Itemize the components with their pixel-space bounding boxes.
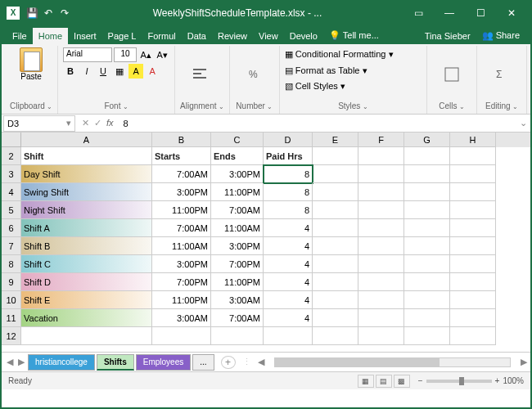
cell[interactable] bbox=[404, 291, 450, 309]
cell-starts[interactable]: 11:00AM bbox=[152, 237, 211, 255]
select-all-corner[interactable] bbox=[2, 133, 21, 147]
share-button[interactable]: Share bbox=[476, 27, 525, 44]
cell[interactable] bbox=[313, 183, 358, 201]
qat-undo-icon[interactable]: ↶ bbox=[43, 7, 54, 19]
qat-save-icon[interactable]: 💾 bbox=[26, 7, 38, 19]
cell[interactable] bbox=[358, 309, 404, 327]
cell[interactable] bbox=[313, 165, 358, 183]
cell[interactable] bbox=[404, 183, 450, 201]
cell-paidhrs[interactable]: 8 bbox=[264, 201, 313, 219]
add-sheet-button[interactable]: + bbox=[221, 356, 236, 369]
font-name-select[interactable]: Arial bbox=[63, 47, 112, 62]
formula-bar[interactable]: 8 bbox=[119, 119, 516, 128]
tab-formulas[interactable]: Formul bbox=[142, 28, 181, 44]
name-box-dropdown-icon[interactable]: ▾ bbox=[66, 118, 71, 128]
row-header[interactable]: 11 bbox=[2, 309, 21, 327]
cell-starts[interactable]: 3:00PM bbox=[152, 255, 211, 273]
cell-paidhrs[interactable]: 4 bbox=[264, 219, 313, 237]
tab-page-layout[interactable]: Page L bbox=[102, 28, 142, 44]
header-paidhrs[interactable]: Paid Hrs bbox=[264, 147, 313, 165]
increase-font-icon[interactable]: A▴ bbox=[138, 47, 153, 62]
header-ends[interactable]: Ends bbox=[211, 147, 264, 165]
cell[interactable] bbox=[450, 309, 496, 327]
cell-shift[interactable]: Shift A bbox=[21, 219, 152, 237]
cell-ends[interactable]: 3:00PM bbox=[211, 237, 264, 255]
cell[interactable] bbox=[450, 183, 496, 201]
cell[interactable] bbox=[404, 237, 450, 255]
cell[interactable] bbox=[313, 237, 358, 255]
sheet-tab-active[interactable]: Shifts bbox=[97, 354, 134, 371]
number-icon[interactable]: % bbox=[246, 66, 263, 83]
cell[interactable] bbox=[313, 201, 358, 219]
editing-icon[interactable]: Σ bbox=[494, 66, 510, 83]
cell[interactable] bbox=[358, 255, 404, 273]
decrease-font-icon[interactable]: A▾ bbox=[155, 47, 169, 62]
cell-ends[interactable]: 7:00AM bbox=[211, 201, 264, 219]
cell[interactable] bbox=[358, 147, 404, 165]
zoom-slider[interactable] bbox=[426, 380, 492, 383]
cell-shift[interactable]: Swing Shift bbox=[21, 183, 152, 201]
tab-file[interactable]: File bbox=[7, 28, 33, 44]
cell-starts[interactable]: 3:00PM bbox=[152, 183, 211, 201]
tab-insert[interactable]: Insert bbox=[68, 28, 102, 44]
row-header[interactable]: 12 bbox=[2, 327, 21, 345]
header-shift[interactable]: Shift bbox=[21, 147, 152, 165]
column-header[interactable]: H bbox=[450, 133, 496, 147]
view-page-break-icon[interactable]: ▩ bbox=[394, 375, 410, 388]
conditional-formatting-button[interactable]: ▦ Conditional Formatting ▾ bbox=[285, 47, 422, 62]
cell-ends[interactable]: 3:00AM bbox=[211, 291, 264, 309]
cell[interactable] bbox=[404, 219, 450, 237]
cell[interactable] bbox=[313, 147, 358, 165]
cell[interactable] bbox=[450, 237, 496, 255]
cell-paidhrs[interactable]: 8 bbox=[264, 165, 313, 183]
account-user[interactable]: Tina Sieber bbox=[419, 28, 476, 44]
bold-button[interactable]: B bbox=[63, 64, 78, 79]
cell[interactable] bbox=[211, 327, 264, 345]
cell[interactable] bbox=[450, 147, 496, 165]
cell[interactable] bbox=[404, 255, 450, 273]
paste-button[interactable]: Paste bbox=[10, 47, 52, 81]
row-header[interactable]: 10 bbox=[2, 291, 21, 309]
borders-button[interactable]: ▦ bbox=[112, 64, 127, 79]
cell[interactable] bbox=[358, 237, 404, 255]
scroll-right-icon[interactable]: ▶ bbox=[521, 357, 527, 367]
cell-ends[interactable]: 7:00PM bbox=[211, 255, 264, 273]
column-header[interactable]: F bbox=[358, 133, 404, 147]
cell[interactable] bbox=[404, 327, 450, 345]
cell[interactable] bbox=[450, 291, 496, 309]
cell-starts[interactable]: 7:00PM bbox=[152, 273, 211, 291]
cell[interactable] bbox=[404, 309, 450, 327]
cell-starts[interactable]: 7:00AM bbox=[152, 219, 211, 237]
tell-me[interactable]: Tell me... bbox=[323, 27, 385, 44]
cell[interactable] bbox=[358, 291, 404, 309]
cell-ends[interactable]: 3:00PM bbox=[211, 165, 264, 183]
close-icon[interactable]: ✕ bbox=[498, 7, 525, 19]
cell-paidhrs[interactable]: 4 bbox=[264, 237, 313, 255]
cell[interactable] bbox=[404, 165, 450, 183]
cell[interactable] bbox=[358, 201, 404, 219]
font-color-button[interactable]: A bbox=[145, 64, 160, 79]
cell[interactable] bbox=[450, 273, 496, 291]
scroll-left-icon[interactable]: ◀ bbox=[258, 357, 264, 367]
view-normal-icon[interactable]: ▦ bbox=[358, 375, 374, 388]
cells-icon[interactable] bbox=[444, 66, 460, 83]
format-as-table-button[interactable]: ▤ Format as Table ▾ bbox=[285, 64, 422, 79]
cell[interactable] bbox=[313, 309, 358, 327]
row-header[interactable]: 9 bbox=[2, 273, 21, 291]
cell[interactable] bbox=[450, 165, 496, 183]
italic-button[interactable]: I bbox=[79, 64, 94, 79]
cell-ends[interactable]: 11:00AM bbox=[211, 219, 264, 237]
tab-data[interactable]: Data bbox=[182, 28, 212, 44]
cell-paidhrs[interactable]: 4 bbox=[264, 291, 313, 309]
cell-paidhrs[interactable]: 4 bbox=[264, 309, 313, 327]
cell-paidhrs[interactable]: 4 bbox=[264, 273, 313, 291]
fx-icon[interactable]: fx bbox=[106, 118, 114, 128]
cell[interactable] bbox=[450, 255, 496, 273]
cell[interactable] bbox=[450, 201, 496, 219]
sheet-tab[interactable]: Employees bbox=[136, 354, 191, 371]
cell[interactable] bbox=[358, 327, 404, 345]
column-header[interactable]: A bbox=[21, 133, 152, 147]
underline-button[interactable]: U bbox=[96, 64, 110, 79]
row-header[interactable]: 7 bbox=[2, 237, 21, 255]
zoom-level[interactable]: 100% bbox=[503, 376, 524, 385]
